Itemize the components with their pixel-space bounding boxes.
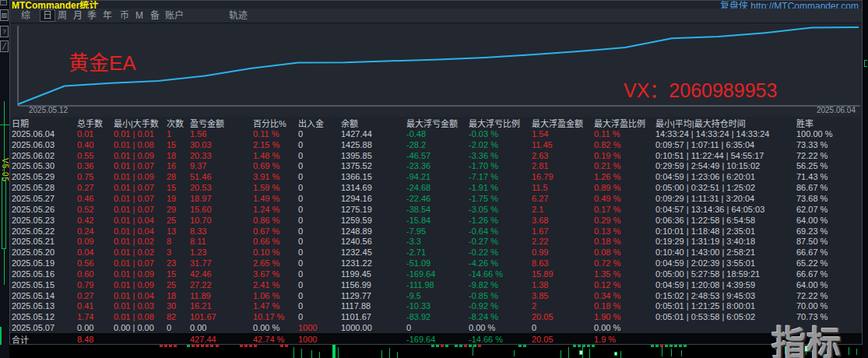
table-cell: 2.41 % bbox=[253, 280, 298, 290]
table-cell: 66.67 % bbox=[796, 247, 862, 257]
win-tick bbox=[679, 345, 682, 347]
table-cell: 2.1 bbox=[532, 205, 594, 214]
table-cell: 0.82 % bbox=[594, 140, 655, 149]
table-cell: 87.50 % bbox=[796, 237, 862, 246]
table-cell: 1425.88 bbox=[341, 140, 406, 149]
menu-item-10[interactable]: 账户 bbox=[163, 10, 186, 21]
menu-item-11[interactable]: 轨迹 bbox=[227, 10, 250, 21]
table-cell: 0.00 % bbox=[594, 323, 655, 332]
menu-item-7[interactable]: 币 bbox=[118, 10, 132, 21]
candle-wick bbox=[473, 346, 473, 356]
table-cell: -28.2 bbox=[406, 140, 469, 149]
win-tick bbox=[674, 345, 677, 347]
table-cell: 1.35 % bbox=[594, 269, 655, 279]
table-cell: -14.66 % bbox=[469, 335, 532, 344]
table-cell: 1156.99 bbox=[341, 280, 406, 290]
menu-item-1[interactable]: 综 bbox=[19, 10, 33, 21]
table-cell: 0.00 bbox=[190, 323, 253, 332]
table-cell: 2025.06.04 bbox=[12, 129, 77, 139]
table-cell: 0 bbox=[298, 194, 341, 203]
table-cell: 0:15:02 | 2:48:53 | 9:45:03 bbox=[655, 291, 796, 300]
candle-wick bbox=[589, 349, 590, 358]
candle-fragment bbox=[0, 327, 2, 345]
table-row: 2025.05.210.090.01 | 0.0288.110.66 %0124… bbox=[10, 236, 862, 247]
table-cell: 1.48 % bbox=[253, 151, 298, 160]
menu-item-5[interactable]: 季 bbox=[85, 10, 99, 21]
candle-wick bbox=[389, 348, 390, 358]
toolbar-chart-icon[interactable]: ▨ bbox=[0, 9, 9, 21]
table-cell: 56.25 % bbox=[796, 161, 862, 170]
table-cell: 0.01 | 0.04 bbox=[114, 216, 167, 225]
candle-wick bbox=[4, 101, 5, 176]
table-cell: 25 bbox=[167, 216, 190, 225]
table-cell: 3.85 bbox=[532, 291, 594, 300]
table-cell: 2025.05.16 bbox=[12, 269, 77, 279]
table-row: 2025.05.160.600.01 | 0.091542.463.67 %01… bbox=[10, 268, 862, 279]
table-cell: 0 bbox=[298, 312, 341, 321]
table-cell: 2025.05.07 bbox=[12, 323, 77, 332]
table-cell: 0 bbox=[298, 280, 341, 290]
table-cell: 0.41 bbox=[77, 301, 114, 311]
table-row: 2025.05.200.040.01 | 0.0231.230.10 %0123… bbox=[10, 247, 862, 258]
site-link[interactable]: 复盘侠 http://MTCommander.com bbox=[720, 1, 859, 9]
screen: ▨ ? ╱ V5.05 MTCommander统计 复盘侠 http://MTC… bbox=[0, 0, 868, 358]
table-cell: -111.98 bbox=[406, 280, 469, 290]
table-cell: 2025.05.14 bbox=[12, 291, 77, 300]
table-cell: 2025.05.30 bbox=[12, 161, 77, 170]
table-cell: 1.38 bbox=[532, 280, 594, 290]
loss-tick bbox=[201, 345, 204, 347]
loss-tick bbox=[210, 345, 213, 347]
menu-item-9[interactable]: 备 bbox=[148, 10, 162, 21]
win-tick bbox=[445, 345, 448, 347]
table-cell: 82 bbox=[167, 312, 190, 321]
menu-item-3[interactable]: 周 bbox=[55, 10, 69, 21]
table-cell: 0.17 % bbox=[594, 205, 655, 214]
table-cell: 2025.05.27 bbox=[12, 194, 77, 203]
table-cell: 86.67 % bbox=[796, 183, 862, 192]
window-title: MTCommander统计 bbox=[12, 1, 98, 9]
table-cell: 42.46 bbox=[190, 269, 253, 279]
table-cell: -2.71 bbox=[406, 247, 469, 257]
table-cell: -0.27 % bbox=[469, 237, 532, 246]
table-cell: 0.01 | 0.07 bbox=[114, 183, 167, 192]
toolbar-help-icon[interactable]: ? bbox=[0, 26, 9, 37]
win-tick bbox=[684, 345, 687, 347]
table-cell: 出入金 bbox=[298, 117, 341, 128]
win-tick bbox=[436, 345, 439, 347]
table-row: 2025.06.030.400.01 | 0.081530.032.15 %01… bbox=[10, 139, 862, 150]
table-cell: 11.5 bbox=[532, 183, 594, 192]
title-bar: MTCommander统计 复盘侠 http://MTCommander.com bbox=[10, 1, 862, 9]
table-cell: 1000 bbox=[298, 323, 341, 332]
table-cell: 0 bbox=[298, 216, 341, 225]
menu-item-2[interactable]: 日 bbox=[40, 9, 55, 22]
toolbar-line-icon[interactable]: ╱ bbox=[0, 40, 9, 52]
table-cell: 0 bbox=[298, 291, 341, 300]
table-cell: 0.01 | 0.09 bbox=[114, 172, 167, 181]
table-cell: 25 bbox=[167, 280, 190, 290]
menu-item-6[interactable]: 年 bbox=[100, 10, 114, 21]
candle-wick bbox=[777, 346, 778, 353]
table-cell: 72.22 % bbox=[796, 151, 862, 160]
table-cell: 最大浮盈比例 bbox=[594, 117, 655, 128]
chart-start-date: 2025.05.12 bbox=[29, 106, 68, 114]
table-cell: 15 bbox=[167, 183, 190, 192]
table-cell: 0.86 % bbox=[253, 216, 298, 225]
table-cell: 20.05 bbox=[532, 335, 594, 344]
menu-item-4[interactable]: 月 bbox=[71, 10, 85, 21]
table-cell: 1.90 % bbox=[594, 312, 655, 321]
table-cell: -3.05 % bbox=[469, 205, 532, 214]
candle-wick bbox=[662, 347, 662, 356]
table-cell: 最大浮亏金额 bbox=[406, 117, 469, 128]
table-cell: 1.54 bbox=[532, 129, 594, 139]
table-cell: 0.56 bbox=[77, 258, 114, 268]
table-cell: 1427.44 bbox=[341, 129, 406, 139]
menu-item-8[interactable]: M bbox=[133, 10, 146, 21]
win-tick bbox=[587, 345, 590, 347]
table-cell: 0.69 % bbox=[253, 161, 298, 170]
table-cell: 最大浮亏比例 bbox=[469, 117, 532, 128]
table-cell: 0:04:59 | 2:02:39 | 3:55:01 bbox=[655, 258, 796, 268]
table-cell: -0.85 % bbox=[469, 291, 532, 300]
table-cell: 0:09:29 | 1:11:31 | 3:20:04 bbox=[655, 194, 796, 203]
table-cell: 2025.05.13 bbox=[12, 301, 77, 311]
table-cell: 3 bbox=[167, 247, 190, 257]
